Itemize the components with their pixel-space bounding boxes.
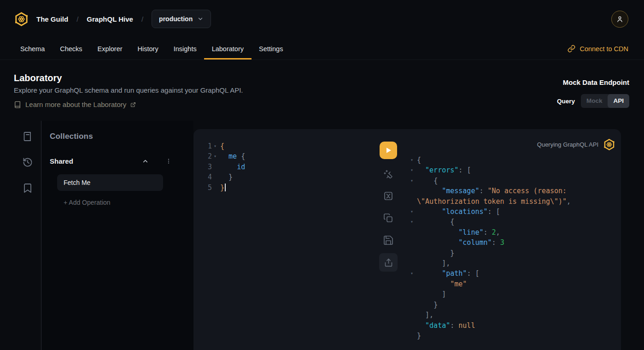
- breadcrumb-separator: /: [76, 15, 78, 23]
- fold-gutter: [409, 300, 415, 310]
- code-line: ▾ "errors": [: [409, 165, 571, 175]
- fold-arrow-icon[interactable]: ▾: [409, 165, 415, 175]
- target-selector-value: production: [159, 15, 193, 23]
- user-icon: [616, 15, 624, 23]
- laboratory-workspace: Collections Shared Fetch Me + Add Operat…: [14, 121, 644, 350]
- user-avatar-button[interactable]: [611, 11, 628, 28]
- execute-query-button[interactable]: [380, 142, 397, 159]
- fold-gutter: [409, 279, 415, 289]
- fold-gutter: [409, 320, 415, 331]
- fold-arrow-icon[interactable]: ▾: [409, 268, 415, 279]
- collections-pane: Collections Shared Fetch Me + Add Operat…: [41, 121, 193, 350]
- tab-insights[interactable]: Insights: [174, 38, 197, 59]
- endpoint-query-label: Query: [557, 98, 575, 105]
- endpoint-title: Mock Data Endpoint: [563, 78, 629, 86]
- history-icon[interactable]: [22, 157, 33, 168]
- learn-more-link[interactable]: Learn more about the Laboratory: [14, 101, 243, 108]
- execute-toolbar: [379, 142, 398, 272]
- page-subtitle: Explore your GraphQL schema and run quer…: [14, 86, 243, 95]
- fold-gutter: [409, 258, 415, 268]
- hive-logo-icon: [603, 138, 615, 151]
- fold-gutter: [212, 183, 218, 193]
- breadcrumb-project[interactable]: GraphQL Hive: [87, 15, 133, 23]
- query-editor[interactable]: 1▾{2▾ me {3 id4 }5}: [206, 141, 245, 193]
- fold-gutter: [409, 331, 415, 341]
- fold-arrow-icon[interactable]: ▾: [409, 207, 415, 217]
- code-line: ],: [409, 258, 571, 268]
- book-icon: [14, 101, 21, 108]
- collection-group-row[interactable]: Shared: [50, 157, 172, 165]
- fold-gutter: [212, 162, 218, 172]
- fold-arrow-icon[interactable]: ▾: [409, 217, 415, 227]
- prettify-icon[interactable]: [383, 168, 394, 179]
- tab-settings[interactable]: Settings: [259, 38, 283, 59]
- code-line: }: [409, 300, 571, 310]
- endpoint-controls: Mock Data Endpoint Query Mock API: [557, 78, 629, 121]
- collection-group-name: Shared: [50, 157, 73, 165]
- toggle-option-api[interactable]: API: [608, 94, 629, 108]
- text-cursor: [225, 184, 226, 191]
- hive-logo-icon[interactable]: [14, 12, 29, 27]
- bookmark-icon[interactable]: [22, 183, 33, 194]
- code-line: ]: [409, 289, 571, 299]
- code-line: ▾{: [409, 155, 571, 165]
- code-line: ▾ {: [409, 176, 571, 186]
- fold-gutter: [409, 237, 415, 248]
- tab-laboratory[interactable]: Laboratory: [212, 38, 244, 59]
- fold-gutter: [212, 172, 218, 182]
- fold-arrow-icon[interactable]: ▾: [409, 155, 415, 165]
- breadcrumb-org[interactable]: The Guild: [36, 15, 68, 23]
- fold-gutter: [409, 227, 415, 237]
- copy-query-icon[interactable]: [383, 213, 394, 224]
- project-nav: Schema Checks Explorer History Insights …: [0, 38, 644, 60]
- page-title: Laboratory: [14, 72, 243, 83]
- graphiql-panel: 1▾{2▾ me {3 id4 }5}: [193, 129, 621, 350]
- toggle-option-mock[interactable]: Mock: [581, 94, 608, 108]
- fold-gutter: [409, 196, 415, 207]
- share-operation-button[interactable]: [379, 253, 398, 272]
- page-header-left: Laboratory Explore your GraphQL schema a…: [14, 72, 243, 121]
- link-icon: [568, 45, 575, 53]
- response-header: Querying GraphQL API: [537, 138, 615, 151]
- fold-arrow-icon[interactable]: ▾: [212, 151, 218, 161]
- share-upload-icon: [384, 258, 393, 267]
- save-operation-icon[interactable]: [383, 235, 394, 246]
- fold-gutter: [409, 186, 415, 196]
- collections-panel-icon[interactable]: [22, 131, 33, 142]
- target-selector-button[interactable]: production: [152, 10, 211, 28]
- response-status-text: Querying GraphQL API: [537, 141, 598, 148]
- code-line: 2▾ me {: [206, 151, 245, 161]
- fold-arrow-icon[interactable]: ▾: [409, 176, 415, 186]
- response-viewer: ▾{▾ "errors": [▾ { "message": "No access…: [409, 155, 571, 341]
- code-line: 3 id: [206, 162, 245, 172]
- page-header: Laboratory Explore your GraphQL schema a…: [0, 60, 644, 121]
- merge-fragments-icon[interactable]: [383, 190, 394, 202]
- top-bar: The Guild / GraphQL Hive / production: [0, 0, 644, 38]
- fold-gutter: [409, 248, 415, 258]
- kebab-menu-icon[interactable]: [165, 158, 172, 165]
- tab-checks[interactable]: Checks: [60, 38, 82, 59]
- tab-explorer[interactable]: Explorer: [98, 38, 123, 59]
- code-line: ▾ "path": [: [409, 268, 571, 279]
- chevron-up-icon[interactable]: [142, 158, 149, 165]
- tab-schema[interactable]: Schema: [20, 38, 45, 59]
- breadcrumb-separator: /: [141, 15, 143, 23]
- code-line: }: [409, 331, 571, 341]
- fold-gutter: [409, 289, 415, 299]
- code-line: "line": 2,: [409, 227, 571, 237]
- code-line: 1▾{: [206, 141, 245, 151]
- code-line: "me": [409, 279, 571, 289]
- code-line: ▾ {: [409, 217, 571, 227]
- connect-to-cdn-link[interactable]: Connect to CDN: [568, 45, 628, 53]
- tab-history[interactable]: History: [138, 38, 158, 59]
- play-icon: [385, 147, 392, 154]
- code-line: 5}: [206, 183, 245, 193]
- operation-item-fetch-me[interactable]: Fetch Me: [57, 174, 163, 191]
- external-link-icon: [130, 102, 136, 107]
- code-line: "message": "No access (reason:: [409, 186, 571, 196]
- fold-arrow-icon[interactable]: ▾: [212, 141, 218, 151]
- app-window: The Guild / GraphQL Hive / production Sc…: [0, 0, 644, 350]
- code-line: "data": null: [409, 320, 571, 331]
- add-operation-button[interactable]: + Add Operation: [64, 199, 172, 206]
- code-line: ],: [409, 310, 571, 320]
